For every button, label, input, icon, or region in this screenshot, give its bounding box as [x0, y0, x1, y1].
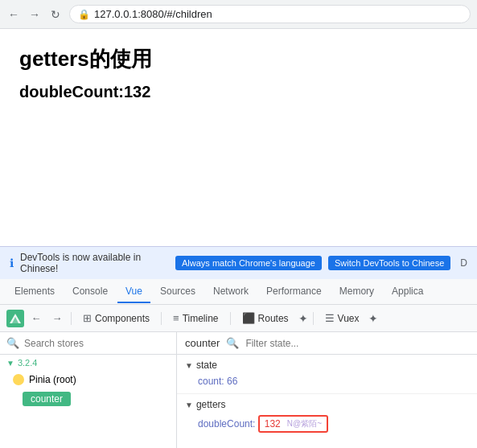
- search-bar: 🔍: [0, 332, 176, 355]
- version-text: 3.2.4: [18, 358, 37, 368]
- tab-memory[interactable]: Memory: [331, 281, 382, 303]
- devtools-content: 🔍 ▼ 3.2.4 Pinia (root) counter counter 🔍…: [0, 332, 477, 448]
- components-label: Components: [95, 313, 150, 324]
- routes-label: Routes: [258, 313, 289, 324]
- search-stores-input[interactable]: [24, 338, 170, 349]
- vuex-section[interactable]: ☰ Vuex: [319, 312, 366, 324]
- version-label: ▼ 3.2.4: [0, 355, 176, 371]
- tab-sources[interactable]: Sources: [152, 281, 204, 303]
- browser-bar: ← → ↻ 🔒 127.0.0.1:8080/#/children: [0, 0, 477, 29]
- getters-section: ▼ getters doubleCount: 132 N@紫陌~: [177, 393, 477, 439]
- components-section[interactable]: ⊞ Components: [76, 312, 156, 324]
- tab-console[interactable]: Console: [64, 281, 116, 303]
- pinia-root-item[interactable]: Pinia (root): [0, 371, 176, 388]
- vuex-star: ✦: [368, 312, 378, 325]
- timeline-label: Timeline: [183, 313, 219, 324]
- page-content: getters的使用 doubleCount:132: [0, 29, 477, 246]
- vue-chevron: ▼: [6, 359, 14, 368]
- timeline-icon: ≡: [173, 312, 179, 324]
- state-text: state: [196, 360, 217, 371]
- tab-application[interactable]: Applica: [384, 281, 431, 303]
- pinia-icon: [13, 374, 24, 385]
- vuex-label: Vuex: [338, 313, 360, 324]
- vue-forward-button[interactable]: →: [48, 310, 66, 327]
- routes-star: ✦: [298, 312, 308, 325]
- info-icon: ℹ: [10, 257, 14, 269]
- filter-state-input[interactable]: [245, 338, 366, 349]
- right-panel: counter 🔍 ▼ state count: 66 ▼ getters do…: [177, 332, 477, 448]
- match-language-button[interactable]: Always match Chrome's language: [175, 256, 322, 270]
- count-value: count: 66: [185, 374, 469, 388]
- getters-label: ▼ getters: [185, 399, 469, 410]
- toolbar-divider-4: [313, 312, 314, 325]
- notification-text: DevTools is now available in Chinese!: [20, 252, 169, 274]
- timeline-section[interactable]: ≡ Timeline: [167, 312, 225, 324]
- back-button[interactable]: ←: [6, 7, 21, 22]
- toolbar-divider-2: [161, 312, 162, 325]
- counter-badge[interactable]: counter: [23, 392, 71, 406]
- double-count-value: doubleCount: 132 N@紫陌~: [185, 413, 469, 434]
- tab-vue[interactable]: Vue: [117, 281, 150, 303]
- dismiss-text: D: [460, 257, 467, 269]
- counter-item[interactable]: counter: [0, 388, 176, 409]
- store-name-label: counter: [185, 337, 220, 349]
- vue-back-button[interactable]: ←: [27, 310, 45, 327]
- highlighted-value: 132 N@紫陌~: [258, 415, 328, 433]
- left-panel: 🔍 ▼ 3.2.4 Pinia (root) counter: [0, 332, 177, 448]
- state-section: ▼ state count: 66: [177, 355, 477, 393]
- vue-toolbar: ← → ⊞ Components ≡ Timeline ⬛ Routes ✦ ☰…: [0, 305, 477, 332]
- page-title: getters的使用: [19, 45, 458, 73]
- lock-icon: 🔒: [78, 9, 90, 20]
- toolbar-divider-1: [71, 312, 72, 325]
- watermark: N@紫陌~: [287, 418, 322, 430]
- routes-section[interactable]: ⬛ Routes: [236, 312, 295, 324]
- routes-icon: ⬛: [242, 312, 255, 324]
- components-icon: ⊞: [83, 312, 92, 324]
- devtools-notification: ℹ DevTools is now available in Chinese! …: [0, 246, 477, 279]
- value-number: 132: [265, 418, 281, 430]
- double-count-key: doubleCount:: [198, 418, 258, 430]
- toolbar-divider-3: [230, 312, 231, 325]
- tab-performance[interactable]: Performance: [258, 281, 330, 303]
- vuex-icon: ☰: [325, 312, 335, 324]
- double-count-display: doubleCount:132: [19, 83, 458, 101]
- tab-elements[interactable]: Elements: [6, 281, 63, 303]
- search-icon: 🔍: [6, 337, 19, 349]
- state-triangle: ▼: [185, 361, 193, 370]
- getters-text: getters: [196, 399, 226, 410]
- refresh-button[interactable]: ↻: [48, 7, 63, 22]
- forward-button[interactable]: →: [27, 7, 42, 22]
- pinia-label: Pinia (root): [29, 374, 76, 385]
- address-bar[interactable]: 🔒 127.0.0.1:8080/#/children: [69, 5, 471, 23]
- tab-network[interactable]: Network: [205, 281, 257, 303]
- right-header: counter 🔍: [177, 332, 477, 355]
- vue-logo: [6, 310, 24, 327]
- switch-chinese-button[interactable]: Switch DevTools to Chinese: [328, 256, 450, 270]
- filter-icon: 🔍: [226, 337, 239, 349]
- getters-triangle: ▼: [185, 401, 193, 409]
- url-text: 127.0.0.1:8080/#/children: [94, 8, 212, 20]
- devtools-tabs: Elements Console Vue Sources Network Per…: [0, 279, 477, 305]
- state-label: ▼ state: [185, 360, 469, 371]
